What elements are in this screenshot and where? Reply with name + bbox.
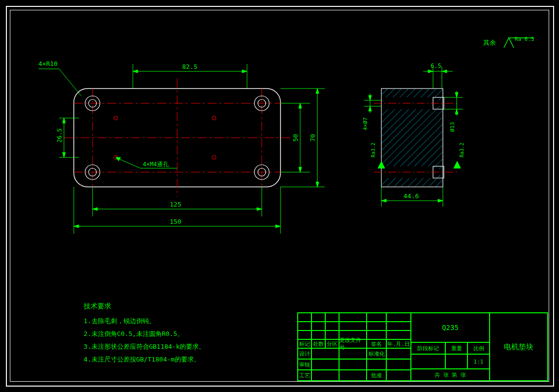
svg-marker-89 — [381, 199, 386, 202]
dim-82-5: 82.5 — [182, 63, 197, 70]
dim-26-5: 26.5 — [56, 128, 63, 143]
svg-marker-60 — [442, 70, 447, 73]
technical-requirements: 技术要求 1.去除毛刺，锐边倒钝。 2.未注倒角C0.5,未注圆角R0.5。 3… — [84, 299, 205, 366]
surface-finish-note: 其余 Ra 6.3 — [483, 35, 534, 50]
material: Q235 — [442, 324, 459, 332]
svg-marker-6 — [242, 70, 247, 73]
svg-marker-35 — [62, 152, 65, 157]
svg-text:Ra 6.3: Ra 6.3 — [515, 36, 534, 42]
side-view: 6.5 4×Ø7 Ø13 Ra3.2 — [354, 59, 492, 236]
hdr-stdize: 标准化 — [369, 350, 385, 358]
hdr-check: 审核 — [299, 361, 310, 368]
svg-rect-66 — [381, 109, 443, 166]
hdr-date: 年.月.日 — [387, 340, 410, 348]
title-block: 标记 处数 分区 更改文件号 签名 年.月.日 设计 标准化 审核 工艺 批准 … — [297, 312, 548, 381]
hdr-qty: 处数 — [313, 340, 324, 348]
front-view: 82.5 4×R10 4×M4通孔 — [34, 59, 340, 266]
svg-marker-77 — [369, 95, 372, 100]
dim-150: 150 — [170, 218, 181, 225]
dim-50: 50 — [292, 134, 299, 142]
svg-rect-70 — [433, 166, 444, 169]
svg-marker-50 — [257, 208, 262, 211]
svg-line-7 — [59, 69, 81, 96]
svg-rect-65 — [381, 89, 443, 97]
part-name: 电机垫块 — [504, 342, 533, 352]
tech-notes-header: 技术要求 — [84, 299, 205, 313]
sheets: 共 张 第 张 — [435, 371, 466, 379]
hdr-weight: 重量 — [451, 345, 462, 352]
hdr-sign: 签名 — [371, 340, 382, 348]
svg-marker-42 — [299, 167, 302, 172]
svg-marker-59 — [428, 70, 433, 73]
svg-marker-82 — [455, 92, 458, 97]
tech-note-4: 4.未注尺寸公差按GB/T1804-m的要求。 — [84, 353, 205, 366]
svg-marker-78 — [369, 106, 372, 111]
hdr-approve: 批准 — [371, 372, 382, 379]
svg-marker-34 — [62, 118, 65, 123]
dim-6-5: 6.5 — [431, 62, 441, 69]
svg-marker-83 — [455, 109, 458, 114]
svg-marker-90 — [438, 199, 443, 202]
hdr-stagemark: 阶段标记 — [417, 345, 439, 352]
svg-rect-69 — [433, 106, 444, 109]
corner-radius-note: 4×R10 — [38, 60, 58, 67]
roughness-right: Ra3.2 — [459, 143, 465, 157]
svg-point-25 — [212, 116, 216, 120]
svg-marker-41 — [299, 103, 302, 108]
dim-70: 70 — [309, 134, 316, 142]
hdr-scale: 比例 — [473, 345, 484, 352]
svg-marker-85 — [454, 161, 461, 168]
hdr-zone: 分区 — [327, 340, 338, 348]
tech-note-3: 3.未注形状公差应符合GB1184-k的要求。 — [84, 340, 205, 353]
svg-rect-68 — [433, 97, 444, 100]
tech-note-1: 1.去除毛刺，锐边倒钝。 — [84, 315, 205, 328]
svg-marker-45 — [316, 182, 319, 187]
dim-13: Ø13 — [449, 122, 456, 132]
dim-4x7: 4×Ø7 — [362, 118, 369, 131]
svg-marker-44 — [316, 89, 319, 93]
dim-125: 125 — [170, 201, 181, 208]
roughness-left: Ra3.2 — [371, 143, 376, 157]
svg-marker-5 — [133, 70, 138, 73]
tech-note-2: 2.未注倒角C0.5,未注圆角R0.5。 — [84, 328, 205, 340]
scale-value: 1:1 — [474, 359, 484, 365]
hdr-design: 设计 — [299, 350, 310, 358]
svg-point-24 — [114, 116, 118, 120]
hdr-mark: 标记 — [299, 340, 310, 348]
surface-finish-label: 其余 — [483, 38, 496, 47]
svg-marker-54 — [74, 225, 79, 228]
svg-rect-71 — [433, 175, 444, 178]
dim-44-6: 44.6 — [404, 192, 419, 200]
roughness-symbol-icon: Ra 6.3 — [500, 35, 534, 50]
svg-marker-49 — [93, 208, 97, 211]
svg-marker-55 — [276, 225, 280, 228]
svg-point-27 — [212, 155, 216, 159]
hdr-process: 工艺 — [299, 372, 310, 379]
m4-holes-note: 4×M4通孔 — [143, 161, 169, 168]
svg-rect-67 — [381, 178, 443, 187]
